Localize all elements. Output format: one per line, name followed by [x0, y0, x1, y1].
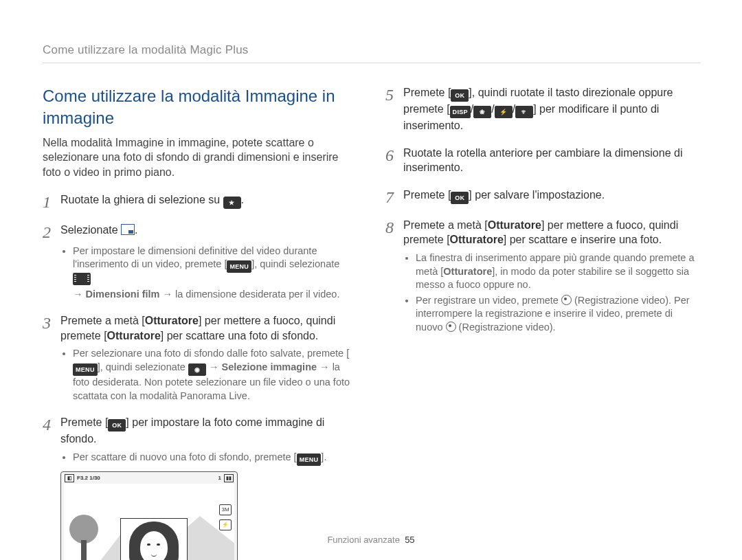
step-text: Ruotate la ghiera di selezione su [60, 194, 223, 205]
header-rule [43, 63, 701, 63]
step-body: Ruotate la ghiera di selezione su ★. [60, 192, 358, 209]
step-7: 7 Premete [OK] per salvare l'impostazion… [385, 188, 701, 205]
step-body: Premete a metà [Otturatore] per mettere … [60, 313, 358, 343]
step-8: 8 Premete a metà [Otturatore] per metter… [385, 218, 701, 247]
step-text-end: . [135, 224, 137, 236]
shots-remaining: 1 [218, 475, 221, 482]
step-number: 4 [43, 415, 60, 433]
step-number: 2 [43, 223, 60, 240]
step-number: 1 [43, 192, 60, 210]
step-6: 6 Ruotate la rotella anteriore per cambi… [385, 146, 701, 175]
resolution-icon: 3M [219, 504, 232, 515]
step-1: 1 Ruotate la ghiera di selezione su ★. [43, 192, 358, 210]
step-3: 3 Premete a metà [Otturatore] per metter… [43, 313, 358, 343]
step-number: 5 [385, 85, 403, 103]
note-item: La finestra di inserimento appare più gr… [416, 251, 701, 292]
step-number: 3 [43, 313, 60, 331]
step-text-end: . [241, 194, 244, 205]
manual-page: Come utilizzare la modalità Magic Plus C… [0, 0, 742, 560]
step-body: Ruotate la rotella anteriore per cambiar… [403, 146, 701, 175]
ok-button-icon: OK [108, 419, 126, 432]
record-button-icon [446, 322, 456, 332]
note-item: Per registrare un video, premete (Regist… [416, 294, 701, 335]
section-title: Come utilizzare la modalità Immagine in … [43, 85, 358, 130]
page-footer: Funzioni avanzate 55 [0, 534, 742, 546]
flash-icon: ⚡ [219, 519, 232, 530]
note-item: Per impostare le dimensioni definitive d… [73, 245, 358, 302]
intro-text: Nella modalità Immagine in immagine, pot… [43, 135, 358, 180]
note-item: Per selezionare una foto di sfondo dalle… [73, 347, 358, 403]
step-4: 4 Premete [OK] per impostare la foto com… [43, 415, 358, 447]
menu-button-icon: MENU [227, 260, 251, 273]
footer-section: Funzioni avanzate [327, 535, 400, 545]
mode-dial-star-icon: ★ [223, 197, 241, 209]
left-column: Come utilizzare la modalità Immagine in … [43, 78, 358, 560]
lcd-side-icons: 3M ⚡ [219, 504, 232, 530]
pip-mode-icon [121, 224, 135, 235]
menu-button-icon: MENU [297, 453, 322, 466]
wifi-button-icon: ᯤ [515, 106, 533, 118]
step-number: 6 [385, 146, 403, 164]
ok-button-icon: OK [451, 192, 469, 204]
ok-button-icon: OK [451, 89, 469, 102]
step-body: Premete [OK] per impostare la foto come … [60, 415, 358, 447]
step-number: 7 [385, 188, 403, 205]
right-column: 5 Premete [OK], quindi ruotate il tasto … [385, 78, 701, 560]
flash-button-icon: ⚡ [495, 106, 513, 118]
step-3-notes: Per selezionare una foto di sfondo dalle… [62, 347, 358, 403]
lcd-status-bar: ◧ F3.2 1/30 1 ▮▮ [61, 472, 237, 482]
content-columns: Come utilizzare la modalità Immagine in … [43, 78, 701, 560]
step-body: Premete [OK] per salvare l'impostazione. [403, 188, 701, 204]
page-number: 55 [405, 535, 414, 545]
menu-button-icon: MENU [73, 363, 98, 376]
exposure-readout: F3.2 1/30 [77, 475, 100, 482]
step-text: Selezionate [60, 224, 121, 236]
disp-button-icon: DISP [450, 106, 471, 118]
pip-indicator-icon: ◧ [65, 474, 74, 482]
step-number: 8 [385, 218, 403, 236]
step-8-notes: La finestra di inserimento appare più gr… [405, 251, 701, 334]
movie-icon [73, 273, 91, 285]
step-5: 5 Premete [OK], quindi ruotate il tasto … [385, 85, 701, 133]
step-body: Premete [OK], quindi ruotate il tasto di… [403, 85, 701, 133]
lcd-scene: 3M ⚡ [64, 484, 234, 560]
note-item: Per scattare di nuovo una foto di sfondo… [73, 451, 358, 466]
macro-button-icon: ❀ [473, 106, 491, 118]
battery-icon: ▮▮ [224, 474, 234, 482]
step-body: Selezionate . [60, 223, 358, 238]
step-body: Premete a metà [Otturatore] per mettere … [403, 218, 701, 247]
step-2: 2 Selezionate . [43, 223, 358, 240]
camera-icon: ◉ [188, 363, 206, 376]
running-head: Come utilizzare la modalità Magic Plus [43, 43, 701, 58]
lcd-preview-illustration: ◧ F3.2 1/30 1 ▮▮ [60, 471, 238, 560]
step-4-notes: Per scattare di nuovo una foto di sfondo… [62, 451, 358, 466]
record-button-icon [561, 295, 572, 305]
step-2-notes: Per impostare le dimensioni definitive d… [62, 245, 358, 302]
